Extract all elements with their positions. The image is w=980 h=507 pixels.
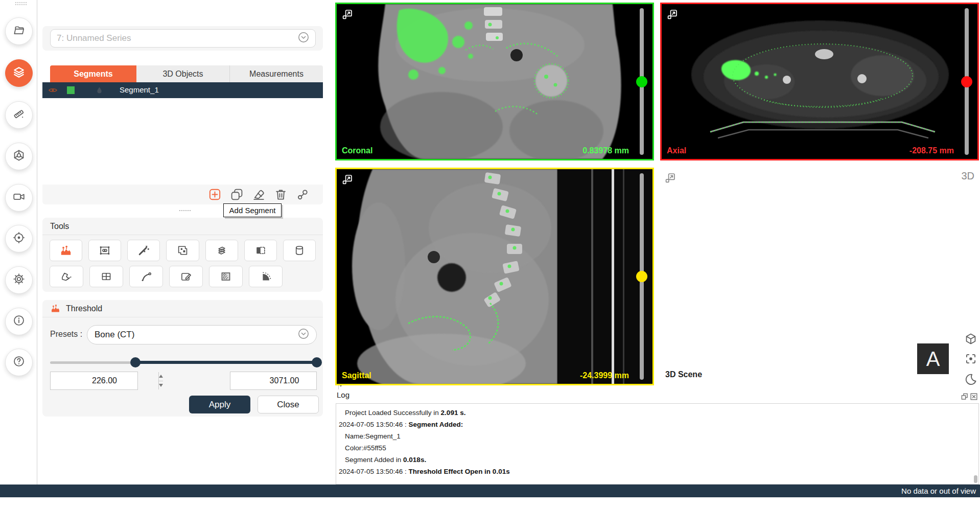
slice-position-value: -24.3999 mm: [580, 371, 629, 380]
status-bar: No data or out of view: [0, 485, 980, 497]
link-segment-button[interactable]: [295, 188, 310, 202]
target-icon: [12, 231, 26, 246]
slice-slider-handle[interactable]: [961, 76, 972, 87]
presets-label: Presets :: [50, 330, 82, 339]
series-selector[interactable]: 7: Unnamed Series: [50, 29, 316, 48]
presets-value: Bone (CT): [95, 330, 298, 340]
min-step-up-button[interactable]: [159, 372, 163, 381]
medical-segmentation-app: 7: Unnamed Series Segments 3D Objects Me…: [0, 0, 980, 507]
info-icon: [12, 314, 26, 329]
tab-label: 3D Objects: [162, 70, 203, 79]
tool-islands[interactable]: [166, 240, 199, 261]
triangle-up-icon: [159, 375, 163, 378]
segment-color-swatch[interactable]: [67, 86, 75, 94]
expand-viewport-icon[interactable]: [666, 8, 679, 20]
sidebar-item-objects-3d[interactable]: [5, 143, 33, 170]
expand-viewport-icon[interactable]: [341, 8, 354, 20]
tool-magic-wand[interactable]: [127, 240, 160, 261]
sidebar-item-open-project[interactable]: [5, 17, 33, 45]
axial-ct-image: [662, 4, 977, 159]
log-entry: Project Loaded Successfully in 2.091 s.: [336, 407, 978, 419]
log-entry: 2024-07-05 13:50:46 : Segment Added:: [336, 419, 978, 430]
triangle-down-icon: [159, 384, 163, 387]
folder-icon: [12, 24, 26, 39]
viewport-orientation-label: Axial: [667, 146, 686, 155]
focus-icon[interactable]: [964, 352, 977, 365]
add-segment-button[interactable]: [207, 188, 222, 202]
slider-track-selected[interactable]: [135, 361, 317, 364]
tool-margin[interactable]: [244, 240, 277, 261]
slider-handle-max[interactable]: [312, 357, 322, 367]
series-selector-group: 7: Unnamed Series: [42, 26, 323, 51]
sagittal-ct-image: [337, 169, 652, 384]
log-scrollbar-thumb[interactable]: [974, 475, 977, 483]
viewport-3d[interactable]: 3D 3D Scene A: [660, 168, 979, 385]
tool-interpolate[interactable]: [205, 240, 238, 261]
status-message: No data or out of view: [901, 487, 976, 495]
tool-smoothing-fan[interactable]: [249, 266, 283, 287]
sidebar-item-settings[interactable]: [5, 266, 33, 294]
ruler-icon: [12, 107, 26, 123]
tab-measurements[interactable]: Measurements: [230, 65, 323, 82]
sidebar-item-information[interactable]: [5, 308, 33, 335]
sidebar-item-segmentation[interactable]: [5, 59, 33, 87]
tool-hollow-cylinder[interactable]: [283, 240, 316, 261]
log-panel[interactable]: Project Loaded Successfully in 2.091 s. …: [336, 403, 979, 485]
slice-slider-handle[interactable]: [636, 271, 647, 282]
orientation-marker[interactable]: A: [917, 343, 949, 374]
tab-label: Segments: [74, 70, 112, 79]
tool-draw-tube[interactable]: [129, 266, 163, 287]
tools-section: Tools: [42, 218, 323, 292]
sidebar-item-help[interactable]: [5, 349, 33, 376]
eye-visibility-icon[interactable]: [48, 85, 58, 97]
delete-segment-button[interactable]: [273, 188, 288, 202]
threshold-max-input[interactable]: [230, 372, 338, 389]
chevron-down-circle-icon[interactable]: [298, 328, 309, 341]
segment-row[interactable]: Segment_1: [42, 82, 323, 98]
log-entry: Segment Added in 0.018s.: [336, 454, 978, 466]
log-window-buttons: [961, 393, 977, 400]
sidebar-drag-grip[interactable]: [15, 2, 27, 6]
threshold-title: Threshold: [66, 304, 102, 313]
slider-track-lower[interactable]: [50, 361, 135, 364]
cube-icon[interactable]: [964, 332, 977, 345]
expand-viewport-icon[interactable]: [341, 173, 354, 186]
log-entry: Name:Segment_1: [336, 430, 978, 442]
erase-segment-button[interactable]: [251, 188, 266, 202]
viewport-coronal[interactable]: Coronal 0.83978 mm: [335, 3, 654, 160]
sidebar-item-measure[interactable]: [5, 101, 33, 129]
min-step-down-button[interactable]: [159, 381, 163, 390]
apply-button[interactable]: Apply: [189, 396, 250, 413]
presets-dropdown[interactable]: Bone (CT): [87, 325, 317, 344]
slice-slider-handle[interactable]: [636, 76, 647, 87]
viewport-axial[interactable]: Axial -208.75 mm: [660, 3, 979, 160]
viewport-sagittal[interactable]: Sagittal -24.3999 mm: [335, 168, 654, 385]
tool-threshold[interactable]: [50, 240, 82, 261]
tab-segments[interactable]: Segments: [50, 65, 136, 82]
log-title: Log: [337, 390, 349, 399]
slider-handle-min[interactable]: [130, 357, 141, 367]
tool-edit-annotation[interactable]: [169, 266, 203, 287]
viewport-orientation-label: Sagittal: [342, 371, 371, 380]
restore-icon[interactable]: [961, 393, 968, 400]
close-button[interactable]: Close: [258, 396, 319, 413]
sidebar-item-localize[interactable]: [5, 225, 33, 252]
tool-draw-box[interactable]: [88, 240, 121, 261]
panel-resize-grip[interactable]: [179, 210, 191, 212]
threshold-icon: [50, 303, 61, 314]
duplicate-segment-button[interactable]: [229, 188, 244, 202]
moon-icon[interactable]: [964, 373, 977, 386]
series-selector-value: 7: Unnamed Series: [57, 33, 298, 43]
tool-texture[interactable]: [209, 266, 243, 287]
opacity-droplet-icon[interactable]: [95, 86, 104, 97]
slice-position-value: -208.75 mm: [909, 146, 954, 155]
chevron-down-circle-icon[interactable]: [298, 32, 309, 45]
threshold-min-input[interactable]: [51, 372, 158, 389]
close-icon[interactable]: [970, 393, 977, 400]
tab-3d-objects[interactable]: 3D Objects: [136, 65, 230, 82]
tool-surface-cut[interactable]: [50, 266, 83, 287]
tool-logical-operators[interactable]: [89, 266, 123, 287]
sidebar-item-capture[interactable]: [5, 184, 33, 212]
expand-viewport-icon[interactable]: [664, 172, 676, 184]
tab-label: Measurements: [249, 70, 304, 79]
